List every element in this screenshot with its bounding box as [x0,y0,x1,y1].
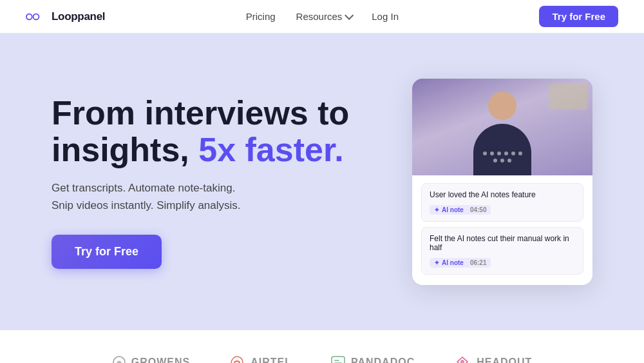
chevron-down-icon [345,10,354,19]
pandadoc-label: PandaDoc [351,357,415,363]
hero-content: From interviews to insights, 5x faster. … [52,95,412,269]
navbar: Looppanel Pricing Resources Log In Try f… [0,0,644,34]
ui-demo-card: User loved the AI notes feature ✦ AI not… [412,79,592,285]
shelf-decoration [549,84,587,110]
nav-cta-button[interactable]: Try for Free [539,6,618,27]
hero-cta-button[interactable]: Try for Free [52,235,162,269]
pandadoc-icon [330,355,346,363]
ai-icon-1: ✦ [434,206,439,213]
svg-rect-0 [26,14,32,19]
svg-point-4 [460,360,464,363]
hero-card-area: User loved the AI notes feature ✦ AI not… [412,79,592,285]
logos-section: GROWENS airtel PandaDoc headout [0,330,644,363]
airtel-label: airtel [251,357,292,363]
svg-rect-1 [33,14,39,19]
logo-growens: GROWENS [112,355,190,363]
video-thumbnail [412,79,592,175]
svg-rect-3 [332,357,345,363]
growens-label: GROWENS [131,357,190,363]
logo[interactable]: Looppanel [26,10,105,23]
hero-accent: 5x faster. [198,131,344,168]
note-time-2: 06:21 [470,259,487,266]
person-figure [467,85,538,175]
hero-headline: From interviews to insights, 5x faster. [52,95,386,168]
notes-list: User loved the AI notes feature ✦ AI not… [412,175,592,275]
headout-icon [453,355,471,363]
ai-icon-2: ✦ [434,259,439,266]
note-time-1: 04:50 [470,206,487,213]
logo-text: Looppanel [52,10,105,23]
airtel-icon [229,355,245,363]
note-text-1: User loved the AI notes feature [430,190,575,199]
nav-pricing[interactable]: Pricing [246,11,276,22]
growens-icon [112,355,126,363]
nav-login[interactable]: Log In [372,11,399,22]
person-head [488,92,516,120]
note-item-1: User loved the AI notes feature ✦ AI not… [421,183,583,222]
nav-links: Pricing Resources Log In [246,11,399,22]
note-item-2: Felt the AI notes cut their manual work … [421,227,583,275]
logo-pandadoc: PandaDoc [330,355,415,363]
headout-label: headout [477,357,532,363]
dots-decoration [480,152,525,162]
note-text-2: Felt the AI notes cut their manual work … [430,234,575,252]
hero-subtext: Get transcripts. Automate note-taking. S… [52,180,386,214]
logo-icon [26,12,46,22]
logo-airtel: airtel [229,355,292,363]
person-body [473,124,531,175]
note-tag-1: ✦ AI note 04:50 [430,205,491,215]
note-tag-2: ✦ AI note 06:21 [430,258,491,268]
logo-headout: headout [453,355,532,363]
nav-resources[interactable]: Resources [296,11,352,22]
hero-section: From interviews to insights, 5x faster. … [0,34,644,330]
